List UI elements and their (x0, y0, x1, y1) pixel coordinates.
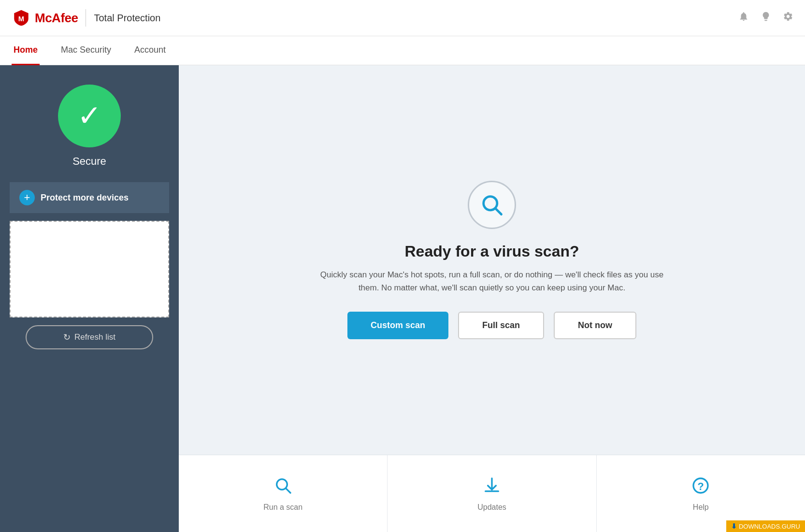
updates-icon (482, 476, 502, 497)
secure-label: Secure (72, 155, 106, 168)
run-scan-icon (273, 476, 293, 497)
svg-text:?: ? (698, 480, 704, 492)
logo-text: McAfee (35, 11, 78, 26)
full-scan-button[interactable]: Full scan (458, 312, 544, 339)
scan-buttons: Custom scan Full scan Not now (347, 312, 636, 339)
logo-divider (86, 9, 86, 27)
help-label: Help (693, 503, 709, 512)
updates-label: Updates (477, 503, 506, 512)
checkmark-icon: ✓ (77, 101, 101, 130)
svg-line-4 (286, 488, 290, 492)
custom-scan-button[interactable]: Custom scan (347, 312, 448, 339)
watermark-text: DOWNLOADS.GURU (739, 523, 800, 530)
svg-line-2 (496, 208, 502, 214)
updates-card[interactable]: Updates (388, 455, 596, 532)
watermark: ⬇ DOWNLOADS.GURU (726, 520, 805, 532)
device-card (10, 221, 169, 317)
header-icons (738, 11, 793, 25)
mcafee-shield-icon: M (12, 9, 31, 27)
scan-title: Ready for a virus scan? (404, 243, 579, 260)
lightbulb-icon[interactable] (761, 11, 771, 25)
settings-icon[interactable] (783, 11, 793, 25)
scan-description: Quickly scan your Mac's hot spots, run a… (318, 268, 666, 294)
magnifier-icon (479, 192, 504, 217)
plus-icon: + (19, 190, 35, 205)
bell-icon[interactable] (738, 11, 749, 25)
nav-home[interactable]: Home (12, 36, 40, 65)
secure-badge: ✓ Secure (58, 85, 121, 168)
svg-text:M: M (18, 15, 24, 23)
scan-promo: Ready for a virus scan? Quickly scan you… (179, 65, 805, 455)
sidebar: ✓ Secure + Protect more devices ↻ Refres… (0, 65, 179, 532)
refresh-icon: ↻ (63, 332, 71, 343)
protect-more-label: Protect more devices (41, 193, 129, 203)
nav-mac-security[interactable]: Mac Security (59, 36, 113, 65)
refresh-list-button[interactable]: ↻ Refresh list (26, 325, 153, 349)
content-area: Ready for a virus scan? Quickly scan you… (179, 65, 805, 532)
not-now-button[interactable]: Not now (554, 312, 636, 339)
logo-subtitle: Total Protection (94, 13, 160, 24)
bottom-cards: Run a scan Updates ? Help (179, 455, 805, 532)
scan-icon-circle (468, 181, 516, 229)
protect-more-devices[interactable]: + Protect more devices (10, 182, 169, 213)
run-a-scan-card[interactable]: Run a scan (179, 455, 388, 532)
mcafee-logo: M McAfee (12, 9, 78, 27)
nav-account[interactable]: Account (132, 36, 168, 65)
main-nav: Home Mac Security Account (0, 36, 805, 65)
run-a-scan-label: Run a scan (263, 503, 302, 512)
secure-circle: ✓ (58, 85, 121, 147)
help-icon: ? (691, 476, 710, 497)
app-header: M McAfee Total Protection (0, 0, 805, 36)
watermark-icon: ⬇ (731, 522, 737, 530)
refresh-label: Refresh list (74, 332, 115, 342)
main-content: ✓ Secure + Protect more devices ↻ Refres… (0, 65, 805, 532)
